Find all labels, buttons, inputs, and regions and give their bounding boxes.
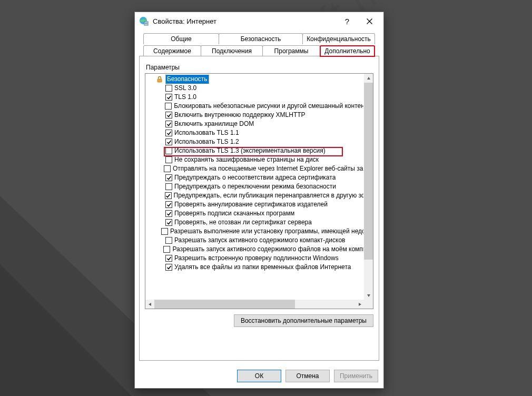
scroll-h-thumb[interactable] — [154, 300, 295, 309]
tree-item[interactable]: Предупреждать, если публикация перенапра… — [146, 191, 363, 200]
checkbox[interactable] — [165, 201, 172, 208]
svg-marker-8 — [367, 294, 370, 297]
tree-item[interactable]: Использовать TLS 1.2 — [146, 137, 363, 146]
ok-button[interactable]: ОК — [237, 370, 281, 382]
tree-item-label: Включить хранилище DOM — [174, 120, 254, 128]
scroll-v-thumb[interactable] — [364, 83, 373, 260]
scroll-v-track[interactable] — [364, 83, 373, 291]
svg-rect-1 — [144, 22, 148, 25]
tree-item[interactable]: Отправлять на посещаемые через Internet … — [146, 164, 363, 173]
tree-item-label: Предупреждать о переключении режима безо… — [174, 182, 336, 191]
tree-item-label: Разрешать выполнение или установку прогр… — [170, 227, 363, 236]
vertical-scrollbar[interactable] — [364, 74, 373, 300]
checkbox[interactable] — [165, 103, 172, 110]
scroll-up-button[interactable] — [364, 74, 373, 83]
tree-item[interactable]: Разрешать запуск активного содержимого ф… — [146, 245, 363, 254]
tree-item[interactable]: Проверять подписи скачанных программ — [146, 209, 363, 218]
tab-general[interactable]: Общие — [143, 33, 219, 44]
tree-item-label: Предупреждать о несоответствии адреса се… — [174, 173, 336, 182]
restore-defaults-button[interactable]: Восстановить дополнительные параметры — [234, 314, 373, 327]
checkbox[interactable] — [165, 121, 172, 127]
parameters-label: Параметры — [146, 64, 373, 71]
checkbox[interactable] — [165, 94, 172, 101]
tree-item[interactable]: Включить внутреннюю поддержку XMLHTTP — [146, 111, 363, 120]
apply-button[interactable]: Применить — [334, 370, 378, 382]
tree-item[interactable]: Предупреждать о несоответствии адреса се… — [146, 173, 363, 182]
settings-tree[interactable]: БезопасностьSSL 3.0TLS 1.0Блокировать не… — [145, 73, 373, 309]
svg-rect-3 — [145, 24, 147, 24]
tree-item[interactable]: Использовать TLS 1.3 (экспериментальная … — [146, 146, 363, 155]
checkbox[interactable] — [164, 165, 171, 172]
checkbox[interactable] — [165, 192, 172, 199]
checkbox[interactable] — [165, 156, 172, 163]
svg-marker-10 — [359, 303, 361, 306]
checkbox[interactable] — [165, 112, 172, 118]
horizontal-scrollbar[interactable] — [145, 300, 364, 309]
tree-item-label: Проверять аннулирование сертификатов изд… — [174, 200, 328, 209]
tree-item-label: Предупреждать, если публикация перенапра… — [174, 191, 363, 200]
scroll-down-button[interactable] — [364, 291, 373, 300]
background-triangle-2 — [0, 264, 132, 396]
tab-advanced[interactable]: Дополнительно — [320, 45, 375, 57]
checkbox[interactable] — [165, 255, 172, 262]
tab-connections[interactable]: Подключения — [201, 45, 263, 56]
checkbox[interactable] — [165, 264, 172, 271]
tab-strip: Общие Безопасность Конфиденциальность Со… — [139, 30, 379, 56]
checkbox[interactable] — [161, 228, 168, 235]
tree-item[interactable]: Включить хранилище DOM — [146, 120, 363, 128]
tree-category-security[interactable]: Безопасность — [146, 75, 363, 84]
checkbox[interactable] — [165, 183, 172, 190]
tree-item[interactable]: Блокировать небезопасные рисунки и друго… — [146, 102, 363, 111]
tree-item[interactable]: Проверять аннулирование сертификатов изд… — [146, 200, 363, 209]
tree-item[interactable]: TLS 1.0 — [146, 93, 363, 102]
tab-programs[interactable]: Программы — [262, 45, 320, 56]
scroll-left-button[interactable] — [145, 300, 154, 309]
tree-item-label: Отправлять на посещаемые через Internet … — [173, 164, 363, 173]
tree-item-label: Проверять, не отозван ли сертификат серв… — [174, 218, 312, 227]
dialog-button-bar: ОК Отмена Применить — [135, 365, 383, 388]
tree-item-label: Удалять все файлы из папки временных фай… — [174, 263, 351, 272]
cancel-button[interactable]: Отмена — [285, 370, 330, 382]
tab-privacy[interactable]: Конфиденциальность — [302, 33, 375, 44]
tree-item[interactable]: Проверять, не отозван ли сертификат серв… — [146, 218, 363, 227]
tree-item[interactable]: Разрешать выполнение или установку прогр… — [146, 227, 363, 236]
svg-rect-6 — [157, 79, 162, 82]
tree-item[interactable]: Разрешить встроенную проверку подлинност… — [146, 254, 363, 263]
checkbox[interactable] — [165, 138, 172, 145]
scroll-h-track[interactable] — [154, 300, 355, 309]
tree-item[interactable]: Удалять все файлы из папки временных фай… — [146, 263, 363, 272]
close-button[interactable] — [358, 14, 380, 28]
tree-item[interactable]: Не сохранять зашифрованные страницы на д… — [146, 155, 363, 164]
scrollbar-corner — [364, 300, 373, 309]
tree-item[interactable]: Использовать TLS 1.1 — [146, 128, 363, 137]
tree-item-label: Разрешать запуск активного содержимого ф… — [172, 245, 363, 254]
svg-rect-2 — [145, 23, 147, 23]
tree-item[interactable]: Разрешать запуск активного содержимого к… — [146, 236, 363, 245]
tree-item-label: Включить внутреннюю поддержку XMLHTTP — [174, 111, 306, 120]
checkbox[interactable] — [165, 210, 172, 217]
checkbox[interactable] — [165, 237, 172, 244]
tree-item-label: SSL 3.0 — [174, 84, 196, 93]
tab-panel-advanced: Параметры БезопасностьSSL 3.0TLS 1.0Блок… — [139, 56, 379, 361]
checkbox[interactable] — [165, 174, 172, 181]
dialog-title: Свойства: Интернет — [153, 17, 336, 25]
tab-content[interactable]: Содержимое — [143, 45, 201, 56]
checkbox[interactable] — [165, 85, 172, 92]
tree-item-label: TLS 1.0 — [174, 93, 196, 102]
checkbox[interactable] — [163, 246, 170, 253]
tree-item-label: Разрешать запуск активного содержимого к… — [174, 236, 345, 245]
tree-category-label: Безопасность — [165, 75, 209, 84]
tree-item-label: Использовать TLS 1.1 — [174, 128, 239, 137]
internet-properties-dialog: Свойства: Интернет ? Общие Безопасность … — [134, 12, 384, 389]
tree-item[interactable]: SSL 3.0 — [146, 84, 363, 93]
svg-marker-7 — [367, 77, 370, 80]
tree-item-label: Не сохранять зашифрованные страницы на д… — [174, 155, 319, 164]
checkbox[interactable] — [165, 147, 172, 154]
tab-security[interactable]: Безопасность — [219, 33, 303, 44]
checkbox[interactable] — [165, 219, 172, 226]
title-bar: Свойства: Интернет ? — [135, 12, 383, 30]
scroll-right-button[interactable] — [355, 300, 364, 309]
help-button[interactable]: ? — [336, 14, 358, 28]
checkbox[interactable] — [165, 130, 172, 136]
tree-item[interactable]: Предупреждать о переключении режима безо… — [146, 182, 363, 191]
